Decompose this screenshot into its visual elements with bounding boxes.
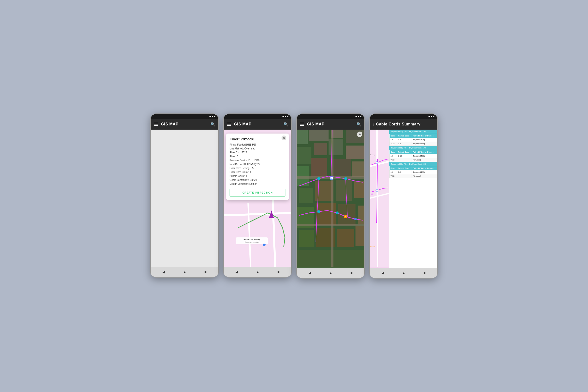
phone-screen-2: Indomaret Jurang Convenience store ✕ Fib… [224,130,291,267]
map-satellite-3[interactable]: C 6 ⊕ [297,130,364,268]
phone-header-3: GIS MAP 🔍 [297,119,364,130]
svg-text:NG: NG [371,193,373,195]
svg-rect-41 [297,130,308,144]
status-icons-1 [210,116,216,117]
table-row: 1-6 1-6 To (csn:3489) [390,170,437,174]
col-header-device-0: Paired Fiber or Device [412,134,437,138]
nav-home-2[interactable]: ● [257,270,259,274]
menu-icon-2[interactable] [226,123,231,126]
location-button-3[interactable]: ⊕ [357,132,362,137]
page-title-1: GIS MAP [161,122,210,126]
page-title-3: GIS MAP [307,122,356,126]
nav-back-3[interactable]: ◀ [308,271,311,275]
cell-device: To (csn:1605) [412,138,437,142]
status-icon-signal-3 [356,116,357,117]
nav-bar-2: ◀ ● ■ [224,267,291,277]
cable-table-1: Cord Paired Cord Paired Fiber or Device … [389,150,437,162]
nav-home-4[interactable]: ● [403,271,405,275]
table-row: 7-12 (Unused) [390,158,437,162]
phone-screen-3[interactable]: C 6 ⊕ [297,130,364,268]
search-icon-2[interactable]: 🔍 [284,122,288,127]
col-header-paired-1: Paired Cord [397,150,412,154]
cell-cord: 1-6 [390,138,397,142]
svg-text:C: C [376,162,378,164]
nav-back-4[interactable]: ◀ [382,271,384,275]
nav-bar-4: ◀ ● ■ [370,268,437,278]
svg-point-72 [336,212,338,214]
cable-summary-panel: C C NC NG Bandung Mie Gaco To (csn:3489)… [370,130,437,268]
phone-2: GIS MAP 🔍 [223,114,292,278]
nav-recent-3[interactable]: ■ [350,271,352,275]
search-icon-1[interactable]: 🔍 [210,122,215,127]
cell-paired-cord [397,174,412,178]
status-icons-3 [356,116,362,117]
phone-header-2: GIS MAP 🔍 [224,119,291,130]
svg-rect-47 [328,140,343,155]
empty-space [389,178,437,227]
create-inspection-button[interactable]: CREATE INSPECTION [230,189,286,196]
popup-row-7: Fiber Cord Count: 4 [230,170,286,174]
cable-section-header-1: To (csn:6561), Fiber ID:, Fiber Csn:1199 [389,146,437,150]
nav-recent-4[interactable]: ■ [424,271,426,275]
cable-section-header-0: To (csn:3489), Fiber ID:, Fiber Csn:1197 [389,130,437,134]
nav-back-2[interactable]: ◀ [236,270,238,274]
svg-point-71 [317,210,320,213]
nav-recent-1[interactable]: ■ [204,270,206,274]
cable-map-svg: C C NC NG Bandung Mie Gaco [370,130,389,267]
svg-rect-44 [346,130,364,143]
cell-cord: 7-12 [390,174,397,178]
popup-row-10: Design Length(m): 245.0 [230,182,286,186]
status-icon-wifi-2 [285,116,286,117]
nav-home-3[interactable]: ● [330,271,332,275]
fiber-info-popup: ✕ Fiber: 79:5526 Rings:[Feeder] [H1] [P1… [226,134,289,200]
phone-3: GIS MAP 🔍 [296,114,365,278]
svg-rect-52 [352,162,364,178]
col-header-device-1: Paired Fiber or Device [412,150,437,154]
col-header-paired-2: Paired Cord [397,166,412,170]
svg-text:C: C [376,190,378,191]
search-icon-3[interactable]: 🔍 [356,122,362,127]
popup-row-5: Next Device ID: H1N26(C2) [230,163,286,166]
svg-rect-51 [331,159,350,176]
status-icon-battery-3 [360,116,362,117]
col-header-device-2: Paired Fiber or Device [412,166,437,170]
cell-device: (Unused) [412,158,437,162]
status-icon-signal [210,116,211,117]
cable-section-header-2: To (csn:1605), Fiber ID:, Fiber Csn:2805 [389,162,437,166]
nav-recent-2[interactable]: ■ [278,270,280,274]
popup-row-6: Fiber Cord Setting: 35 [230,166,286,170]
cable-left-map: C C NC NG Bandung Mie Gaco [370,130,389,268]
cell-paired-cord: 1-6 [397,138,412,142]
table-row: 7-12 1-6 To (csn:6661) [390,142,437,146]
table-row: 1-6 7-12 To (csn:3489) [390,154,437,158]
status-icon-battery-4 [433,116,435,117]
menu-icon-3[interactable] [300,123,304,126]
status-icon-battery [214,116,216,117]
col-header-cord-1: Cord [390,150,397,154]
nav-home-1[interactable]: ● [184,270,186,274]
cell-device: To (csn:3489) [412,170,437,174]
cell-paired-cord: 1-6 [397,142,412,146]
menu-icon-1[interactable] [154,123,158,126]
svg-rect-56 [354,181,364,198]
svg-text:Mie Gaco: Mie Gaco [370,246,376,248]
back-button-4[interactable]: ‹ [373,122,374,127]
col-header-paired-0: Paired Cord [397,134,412,138]
svg-point-70 [344,177,347,180]
svg-rect-55 [336,180,352,201]
popup-row-2: Fiber Csn: 5526 [230,151,286,154]
cell-paired-cord: 1-6 [397,170,412,174]
nav-back-1[interactable]: ◀ [162,270,165,274]
svg-rect-63 [337,229,354,247]
phone-screen-4: C C NC NG Bandung Mie Gaco To (csn:3489)… [370,130,437,268]
svg-text:Indomaret Jurang: Indomaret Jurang [244,239,260,241]
cell-paired-cord: 7-12 [397,154,412,158]
popup-close-button[interactable]: ✕ [282,136,286,140]
popup-row-0: Rings:[Feeder] [H1] [P1] [230,143,286,146]
status-icon-wifi-3 [358,116,359,117]
status-bar-3 [297,114,364,119]
status-icon-battery-2 [287,116,289,117]
status-bar-2 [224,114,291,119]
svg-point-69 [317,177,320,180]
svg-rect-61 [299,230,314,247]
